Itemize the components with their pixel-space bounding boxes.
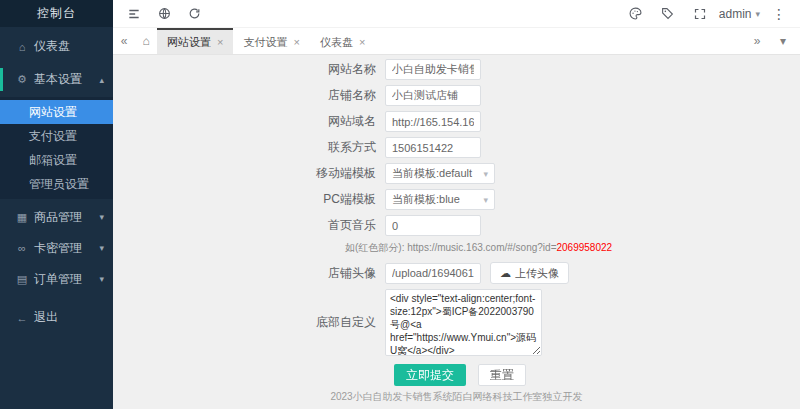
site-domain-input[interactable] [385,111,481,132]
sidebar-item-site-settings[interactable]: 网站设置 [0,100,113,124]
tab-site-settings[interactable]: 网站设置 × [157,28,233,54]
chevron-down-icon: ▾ [755,9,760,19]
sidebar-item-label: 支付设置 [29,129,77,143]
music-hint-text: 如(红色部分): https://music.163.com/#/song?id… [345,242,556,253]
shop-name-input[interactable] [385,85,481,106]
cloud-upload-icon: ☁ [500,267,511,280]
basic-settings-submenu: 网站设置 支付设置 邮箱设置 管理员设置 [0,97,113,199]
home-music-input[interactable] [385,215,481,236]
user-menu[interactable]: admin ▾ [719,7,760,21]
order-icon: ▤ [14,273,30,286]
tag-icon[interactable] [655,1,681,27]
sidebar: 控制台 ⌂ 仪表盘 ⚙ 基本设置 ▴ 网站设置 支付设置 邮箱设置 管理员设置 [0,0,113,409]
form-row: PC端模板 当前模板:blue ▾ [273,189,800,210]
pc-template-label: PC端模板 [273,191,385,208]
tabs-scroll-left-icon[interactable]: « [113,34,135,48]
chevron-down-icon: ▾ [483,169,488,179]
upload-avatar-button[interactable]: ☁ 上传头像 [490,262,569,284]
site-name-input[interactable] [385,59,481,80]
selected-value: 当前模板:default [392,166,472,181]
tab-label: 支付设置 [243,35,287,50]
form-row: 联系方式 [273,137,800,158]
sidebar-group-basic-settings[interactable]: ⚙ 基本设置 ▴ [0,68,113,91]
site-settings-form: 网站名称 店铺名称 网站域名 联系方式 移动端模板 当前模板:default ▾ [113,55,800,386]
card-key-icon: ∞ [14,242,30,254]
close-icon[interactable]: × [217,36,223,48]
sidebar-group-cards[interactable]: ∞ 卡密管理 ▾ [0,235,113,261]
more-options-icon[interactable]: ⋮ [766,1,792,27]
music-hint: 如(红色部分): https://music.163.com/#/song?id… [345,241,800,255]
close-icon[interactable]: × [359,36,365,48]
form-row: 底部自定义 <div style="text-align:center;font… [273,289,800,356]
tab-payment-settings[interactable]: 支付设置 × [233,28,309,54]
footer-custom-textarea[interactable]: <div style="text-align:center;font-size:… [385,289,542,356]
main-content: 网站名称 店铺名称 网站域名 联系方式 移动端模板 当前模板:default ▾ [113,55,800,409]
sidebar-item-label: 网站设置 [29,105,77,119]
mobile-template-select[interactable]: 当前模板:default ▾ [385,163,495,184]
contact-input[interactable] [385,137,481,158]
shop-avatar-label: 店铺头像 [273,265,385,282]
chevron-down-icon: ▾ [483,195,488,205]
refresh-icon[interactable] [181,1,207,27]
tabs-scroll-right-icon[interactable]: » [746,34,768,48]
admin-console: 控制台 ⌂ 仪表盘 ⚙ 基本设置 ▴ 网站设置 支付设置 邮箱设置 管理员设置 [0,0,800,409]
form-row: 店铺名称 [273,85,800,106]
sidebar-item-admin-settings[interactable]: 管理员设置 [0,172,113,196]
tab-label: 仪表盘 [320,35,353,50]
globe-icon[interactable] [151,1,177,27]
header-right-icons: admin ▾ ⋮ [623,1,792,27]
page-footer: 2023小白自助发卡销售系统陌白网络科技工作室独立开发 [113,390,800,404]
shop-avatar-input[interactable] [385,263,481,284]
selected-value: 当前模板:blue [392,192,460,207]
footer-custom-label: 底部自定义 [273,314,385,331]
site-name-label: 网站名称 [273,61,385,78]
sidebar-item-label: 退出 [34,309,58,326]
sidebar-item-label: 仪表盘 [34,38,70,55]
gear-icon: ⚙ [14,73,30,86]
sidebar-group-label: 基本设置 [34,71,82,88]
music-hint-song-id: 2069958022 [556,242,612,253]
home-music-label: 首页音乐 [273,217,385,234]
username: admin [719,7,752,21]
tabs-menu-icon[interactable]: ▾ [772,34,794,48]
theme-palette-icon[interactable] [623,1,649,27]
fullscreen-icon[interactable] [687,1,713,27]
form-row: 首页音乐 [273,215,800,236]
reset-button[interactable]: 重置 [478,364,526,386]
form-row: 网站域名 [273,111,800,132]
sidebar-item-label: 邮箱设置 [29,153,77,167]
form-row: 移动端模板 当前模板:default ▾ [273,163,800,184]
console-title: 控制台 [0,0,113,27]
sidebar-group-goods[interactable]: ▦ 商品管理 ▾ [0,204,113,230]
pc-template-select[interactable]: 当前模板:blue ▾ [385,189,495,210]
home-icon: ⌂ [14,41,30,53]
upload-avatar-label: 上传头像 [515,266,559,281]
form-row: 店铺头像 ☁ 上传头像 [273,262,800,284]
sidebar-item-logout[interactable]: ← 退出 [0,306,113,329]
tab-label: 网站设置 [167,35,211,50]
top-header: admin ▾ ⋮ [113,0,800,28]
contact-label: 联系方式 [273,139,385,156]
sidebar-group-label: 卡密管理 [34,240,82,257]
chevron-up-icon: ▴ [99,75,104,85]
sidebar-item-payment-settings[interactable]: 支付设置 [0,124,113,148]
domain-label: 网站域名 [273,113,385,130]
tab-bar-right: » ▾ [746,34,794,48]
collapse-menu-icon[interactable] [121,1,147,27]
tab-home-icon[interactable]: ⌂ [135,34,157,48]
sidebar-group-orders[interactable]: ▤ 订单管理 ▾ [0,266,113,292]
goods-icon: ▦ [14,211,30,224]
chevron-down-icon: ▾ [99,274,104,284]
tab-dashboard[interactable]: 仪表盘 × [310,28,375,54]
form-row: 网站名称 [273,59,800,80]
sidebar-group-label: 商品管理 [34,209,82,226]
shop-name-label: 店铺名称 [273,87,385,104]
sidebar-item-label: 管理员设置 [29,177,89,191]
submit-button[interactable]: 立即提交 [394,364,466,386]
chevron-down-icon: ▾ [99,212,104,222]
sidebar-item-mail-settings[interactable]: 邮箱设置 [0,148,113,172]
close-icon[interactable]: × [293,36,299,48]
sidebar-item-dashboard[interactable]: ⌂ 仪表盘 [0,35,113,58]
tab-bar: « ⌂ 网站设置 × 支付设置 × 仪表盘 × » ▾ [113,28,800,55]
chevron-down-icon: ▾ [99,243,104,253]
